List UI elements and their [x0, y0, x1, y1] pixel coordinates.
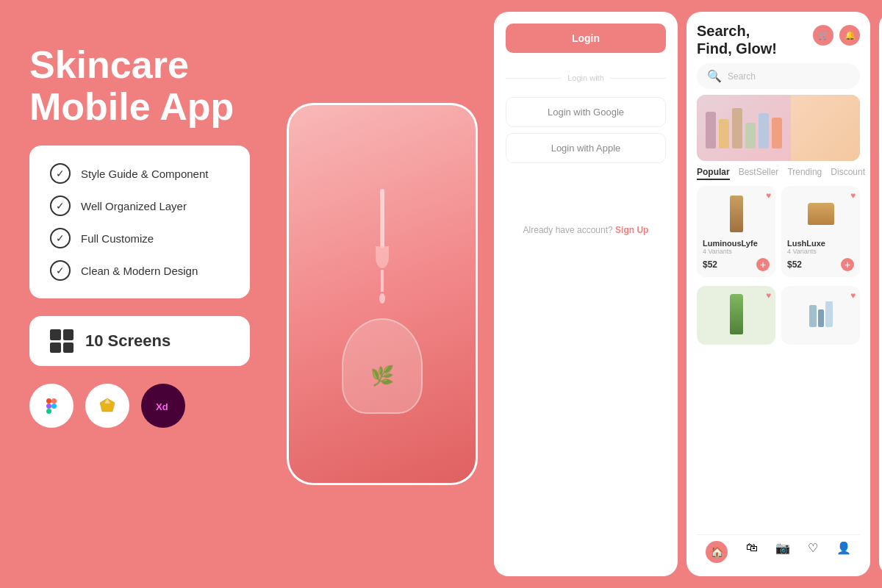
- login-screen: Login Login with Login with Google Login…: [494, 12, 678, 576]
- tools-row: Xd: [29, 384, 250, 428]
- login-button[interactable]: Login: [506, 24, 666, 53]
- features-card: Style Guide & Component Well Organized L…: [29, 146, 250, 298]
- product-variants-1: 4 Variants: [703, 248, 770, 255]
- cas1: [809, 305, 817, 327]
- products-grid: ♥ LuminousLyfe 4 Variants $52 + ♥ LushLu…: [697, 186, 860, 277]
- product-card-4: ♥: [781, 286, 860, 345]
- logo-overlay: 🌿: [370, 365, 394, 387]
- green-bottle-small: [730, 294, 743, 334]
- nav-camera[interactable]: 📷: [775, 541, 790, 563]
- dropper-tip: [381, 270, 384, 292]
- product-img-2: [787, 192, 854, 236]
- product-card-1: ♥ LuminousLyfe 4 Variants $52 +: [697, 186, 775, 277]
- xd-icon: Xd: [141, 384, 185, 428]
- tab-trending[interactable]: Trending: [787, 167, 822, 180]
- product-list-screen: Find Your PerfectSkincare Match! All Ski…: [879, 12, 882, 576]
- grid-icon: [50, 329, 74, 353]
- dropper-drop: [379, 293, 385, 304]
- bottle-3: [732, 108, 742, 148]
- dropper-bulb: [376, 246, 389, 268]
- feature-text-2: Well Organized Layer: [81, 200, 187, 212]
- product-variants-2: 4 Variants: [787, 248, 854, 255]
- check-icon-4: [50, 260, 71, 281]
- divider-row-1: Login with: [506, 74, 666, 82]
- cart-icon[interactable]: 🛒: [813, 25, 833, 46]
- check-icon-3: [50, 228, 71, 248]
- already-have-account: Already have account? Sign Up: [506, 219, 666, 241]
- product-price-row-1: $52 +: [703, 258, 770, 271]
- heart-icon-2[interactable]: ♥: [850, 190, 856, 201]
- bottom-nav: 🏠 🛍 📷 ♡ 👤: [697, 534, 860, 566]
- dropper-group: [376, 189, 389, 304]
- tab-discount[interactable]: Discount: [831, 167, 865, 180]
- tab-bestseller[interactable]: BestSeller: [739, 167, 779, 180]
- feature-item-1: Style Guide & Component: [50, 163, 229, 184]
- signup-link[interactable]: Sign Up: [615, 225, 648, 235]
- already-text: Already have account?: [523, 225, 613, 235]
- product-img-1: [703, 192, 770, 236]
- tab-popular[interactable]: Popular: [697, 167, 730, 180]
- add-product-1-button[interactable]: +: [756, 258, 770, 271]
- heart-icon-1[interactable]: ♥: [766, 190, 771, 201]
- feature-text-3: Full Customize: [81, 232, 154, 245]
- svg-rect-3: [46, 409, 51, 414]
- heart-icon-4[interactable]: ♥: [850, 290, 856, 301]
- nav-shop[interactable]: 🛍: [746, 541, 758, 563]
- product-card-2: ♥ LushLuxe 4 Variants $52 +: [781, 186, 860, 277]
- cas3: [825, 301, 833, 327]
- feature-item-3: Full Customize: [50, 228, 229, 248]
- screens-card: 10 Screens: [29, 316, 250, 366]
- bottle-4: [745, 123, 756, 148]
- search-bar[interactable]: 🔍 Search: [697, 63, 860, 89]
- grid-cell-2: [63, 329, 74, 340]
- product-name-2: LushLuxe: [787, 239, 854, 248]
- shop-title: Search, Find, Glow!: [697, 22, 777, 57]
- app-title: Skincare Mobile App: [29, 44, 250, 128]
- jar-bottle-1: [808, 203, 834, 225]
- figma-icon: [29, 384, 74, 428]
- login-with-section: Login with: [506, 65, 666, 91]
- bottle-2: [719, 119, 729, 148]
- bottle-5: [759, 113, 769, 148]
- grid-cell-3: [50, 343, 61, 354]
- divider-right: [610, 78, 666, 79]
- crystal-assorted: [809, 301, 833, 327]
- screens-count: 10 Screens: [85, 331, 171, 351]
- divider-left: [506, 78, 562, 79]
- product-price-1: $52: [703, 259, 717, 270]
- login-button-label: Login: [572, 32, 600, 44]
- dropper-visual: 🌿: [289, 105, 476, 483]
- cas2: [818, 309, 824, 327]
- serum-bottle-1: [730, 196, 743, 232]
- product-name-1: LuminousLyfe: [703, 239, 770, 248]
- nav-home[interactable]: 🏠: [706, 541, 728, 563]
- google-login-button[interactable]: Login with Google: [506, 97, 666, 127]
- svg-point-4: [51, 404, 57, 409]
- product-img-4: [787, 292, 854, 336]
- title-line1: Skincare: [29, 43, 189, 86]
- left-panel: Skincare Mobile App Style Guide & Compon…: [0, 0, 279, 588]
- feature-item-2: Well Organized Layer: [50, 196, 229, 216]
- apple-login-label: Login with Apple: [551, 143, 621, 154]
- banner-left: [697, 95, 791, 161]
- add-product-2-button[interactable]: +: [841, 258, 854, 271]
- nav-profile[interactable]: 👤: [836, 541, 851, 563]
- header-icons: 🛒 🔔: [813, 22, 860, 46]
- shop-screen: Search, Find, Glow! 🛒 🔔 🔍 Search: [686, 12, 870, 576]
- nav-heart[interactable]: ♡: [808, 541, 818, 563]
- feature-item-4: Clean & Modern Design: [50, 260, 229, 281]
- search-placeholder: Search: [728, 71, 756, 82]
- right-panel: Login Login with Login with Google Login…: [485, 0, 882, 588]
- shop-header: Search, Find, Glow! 🛒 🔔: [697, 22, 860, 57]
- login-with-text: Login with: [567, 74, 604, 82]
- check-icon-2: [50, 196, 71, 216]
- apple-login-button[interactable]: Login with Apple: [506, 133, 666, 163]
- bottle-1: [706, 112, 716, 148]
- product-price-2: $52: [787, 259, 802, 270]
- bell-icon[interactable]: 🔔: [839, 25, 860, 46]
- svg-text:Xd: Xd: [156, 401, 168, 412]
- product-img-3: [703, 292, 770, 336]
- banner-bottles: [700, 102, 788, 154]
- heart-icon-3[interactable]: ♥: [766, 290, 771, 301]
- grid-cell-4: [63, 343, 74, 354]
